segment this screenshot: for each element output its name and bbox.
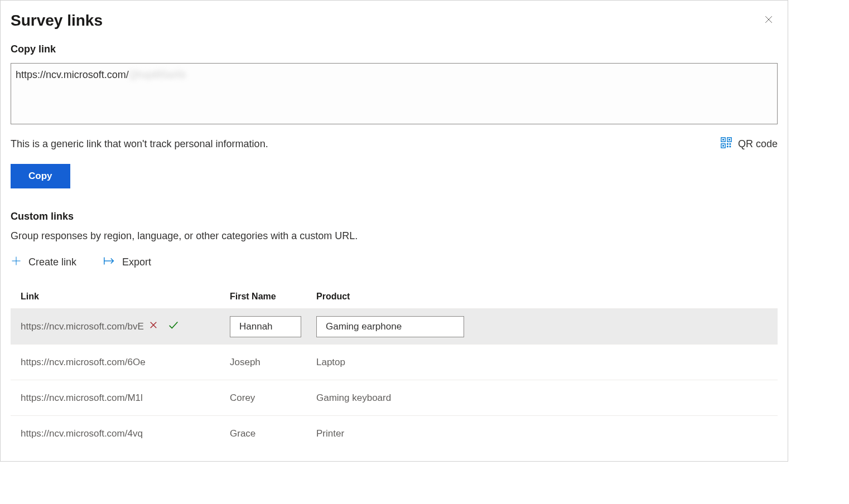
custom-links-heading: Custom links <box>11 211 778 222</box>
create-link-label: Create link <box>28 256 76 268</box>
product-input[interactable] <box>316 316 464 337</box>
survey-link-url-prefix: https://ncv.microsoft.com/ <box>16 69 129 80</box>
custom-links-description: Group responses by region, language, or … <box>11 230 778 242</box>
column-product: Product <box>316 292 768 302</box>
row-product: Printer <box>316 428 768 439</box>
export-button[interactable]: Export <box>103 255 151 269</box>
copy-link-label: Copy link <box>11 43 778 55</box>
table-header: Link First Name Product <box>11 285 778 308</box>
row-link: https://ncv.microsoft.com/M1l <box>21 392 143 404</box>
row-first-name: Joseph <box>230 357 316 368</box>
survey-link-input[interactable]: https://ncv.microsoft.com/Qhxpt8SaXb <box>11 63 778 124</box>
row-product: Laptop <box>316 357 768 368</box>
close-icon <box>763 14 774 25</box>
row-link: https://ncv.microsoft.com/bvE <box>21 321 144 332</box>
page-title: Survey links <box>11 12 103 30</box>
row-first-name: Grace <box>230 428 316 439</box>
plus-icon <box>11 255 22 269</box>
qr-code-label: QR code <box>738 138 778 150</box>
svg-rect-7 <box>722 145 724 147</box>
create-link-button[interactable]: Create link <box>11 255 76 269</box>
survey-link-url-suffix: Qhxpt8SaXb <box>129 69 186 80</box>
custom-links-table: Link First Name Product https://ncv.micr… <box>11 285 778 451</box>
qr-code-icon <box>720 137 732 152</box>
column-link: Link <box>21 292 230 302</box>
table-row[interactable]: https://ncv.microsoft.com/6OeJosephLapto… <box>11 344 778 380</box>
row-link: https://ncv.microsoft.com/6Oe <box>21 357 146 368</box>
export-label: Export <box>122 256 151 268</box>
table-row[interactable]: https://ncv.microsoft.com/M1lCoreyGaming… <box>11 380 778 415</box>
svg-rect-8 <box>727 143 729 145</box>
row-first-name: Corey <box>230 392 316 404</box>
qr-code-button[interactable]: QR code <box>720 137 778 152</box>
table-row[interactable]: https://ncv.microsoft.com/4vqGracePrinte… <box>11 415 778 451</box>
close-button[interactable] <box>760 11 778 30</box>
row-product: Gaming keyboard <box>316 392 768 404</box>
copy-button[interactable]: Copy <box>11 164 70 188</box>
column-first-name: First Name <box>230 292 316 302</box>
svg-rect-3 <box>722 139 724 140</box>
svg-rect-11 <box>729 146 731 148</box>
cancel-icon[interactable] <box>148 320 158 333</box>
first-name-input[interactable] <box>230 316 301 337</box>
confirm-icon[interactable] <box>167 319 180 334</box>
row-link: https://ncv.microsoft.com/4vq <box>21 428 143 439</box>
helper-text: This is a generic link that won't track … <box>11 138 268 150</box>
export-icon <box>103 256 115 269</box>
table-row[interactable]: https://ncv.microsoft.com/bvE <box>11 308 778 344</box>
svg-rect-9 <box>729 143 731 145</box>
svg-rect-10 <box>727 146 729 148</box>
svg-rect-5 <box>729 139 730 140</box>
